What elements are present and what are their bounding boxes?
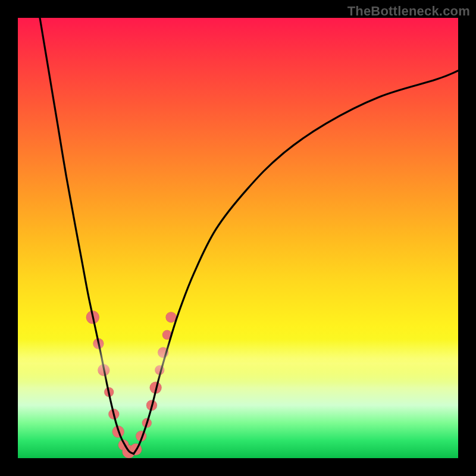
left-curve — [40, 18, 134, 454]
plot-area — [18, 18, 458, 458]
watermark-text: TheBottleneck.com — [347, 4, 470, 19]
markers-layer — [86, 311, 177, 458]
right-curve — [134, 71, 458, 454]
chart-stage: TheBottleneck.com — [0, 0, 476, 476]
curves-svg — [18, 18, 458, 458]
